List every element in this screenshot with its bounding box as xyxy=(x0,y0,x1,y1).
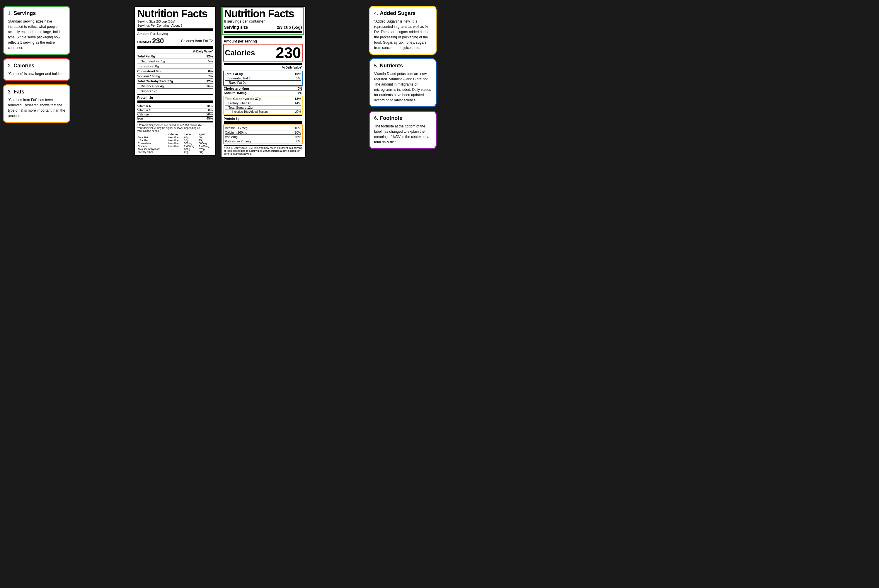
old-footnote-line2: Your daily value may be higher or lower … xyxy=(137,127,213,129)
old-vitamin-c: Vitamin C8% xyxy=(137,108,213,112)
info-box-nutrients: 5. Nutrients Vitamin D and potassium are… xyxy=(369,58,436,107)
box2-heading: Calories xyxy=(14,63,34,69)
box3-title: 3. Fats xyxy=(8,89,65,95)
old-footnote-line3: your calorie needs. xyxy=(137,129,213,132)
box1-text: Standard serving sizes have increased to… xyxy=(8,19,65,50)
box6-text: The footnote at the bottom of the label … xyxy=(374,124,432,145)
new-protein: Protein 3g xyxy=(224,117,302,120)
box1-heading: Servings xyxy=(14,10,36,16)
box1-title: 1. Servings xyxy=(8,10,65,16)
box5-heading: Nutrients xyxy=(380,63,403,69)
new-added-sugars: Includes 10g Added Sugars20% xyxy=(225,110,301,113)
box5-title: 5. Nutrients xyxy=(374,63,432,69)
info-box-added-sugars: 4. Added Sugars "Added Sugars" is new. I… xyxy=(369,6,436,55)
box6-heading: Footnote xyxy=(380,115,402,121)
old-footnote: * Percent Daily Values are based on a 2,… xyxy=(137,121,213,153)
old-sat-fat: Saturated Fat 1g5% xyxy=(137,60,213,63)
old-calories-label: Calories 230 xyxy=(137,37,164,45)
new-cholesterol: Cholesterol 0mg0% xyxy=(224,87,302,90)
box4-heading: Added Sugars xyxy=(380,10,416,16)
new-iron: Iron 8mg45% xyxy=(225,135,301,139)
box3-num: 3. xyxy=(8,89,12,94)
box5-text: Vitamin D and potassium are now required… xyxy=(374,71,432,103)
old-vitamin-a: Vitamin A10% xyxy=(137,104,213,108)
info-box-servings: 1. Servings Standard serving sizes have … xyxy=(3,6,70,55)
new-serving-size-value: 2/3 cup (55g) xyxy=(277,25,302,30)
new-dietary-fiber: Dietary Fiber 4g14% xyxy=(225,101,301,105)
old-calories-from-fat: Calories from Fat 72 xyxy=(181,39,213,43)
old-footnote-table: Calories:2,0002,500 Total FatLess than65… xyxy=(137,133,213,153)
new-calories-value: 230 xyxy=(276,45,301,60)
box2-text: "Calories" is now larger and bolder. xyxy=(8,71,65,76)
box6-num: 6. xyxy=(374,116,378,121)
box4-title: 4. Added Sugars xyxy=(374,10,432,16)
old-amount-per: Amount Per Serving xyxy=(137,32,213,36)
footnote-cholesterol: CholesterolLess than300mg300mg xyxy=(137,142,213,145)
old-servings-per: Servings Per Container About 8 xyxy=(137,24,213,27)
box5-num: 5. xyxy=(374,63,378,69)
new-amount-per: Amount per serving xyxy=(224,39,302,44)
old-dietary-fiber: Dietary Fiber 4g16% xyxy=(137,84,213,88)
old-sodium: Sodium 160mg7% xyxy=(137,74,213,78)
old-total-carb: Total Carbohydrate 37g12% xyxy=(137,80,213,83)
footnote-header-row: Calories:2,0002,500 xyxy=(137,133,213,136)
box4-num: 4. xyxy=(374,11,378,16)
old-trans-fat: Trans Fat 0g xyxy=(137,64,213,68)
new-calcium: Calcium 260mg20% xyxy=(225,130,301,134)
new-nutrition-label: Nutrition Facts 8 servings per container… xyxy=(220,6,306,158)
footnote-total-fat: Total FatLess than65g80g xyxy=(137,136,213,139)
box3-text: "Calories from Fat" has been removed. Re… xyxy=(8,97,65,118)
box2-title: 2. Calories xyxy=(8,63,65,69)
left-column: 1. Servings Standard serving sizes have … xyxy=(3,6,70,288)
old-serving-size: Serving Size 2/3 cup (55g) xyxy=(137,20,213,23)
new-calories-label: Calories xyxy=(225,48,255,57)
new-total-carb: Total Carbohydrate 37g13% xyxy=(225,97,301,100)
old-cholesterol: Cholesterol 0mg0% xyxy=(137,69,213,73)
new-label-title: Nutrition Facts xyxy=(224,9,302,19)
old-calories-row: Calories 230 Calories from Fat 72 xyxy=(137,37,213,45)
old-daily-value-header: % Daily Value* xyxy=(137,50,213,53)
right-column: 4. Added Sugars "Added Sugars" is new. I… xyxy=(369,6,436,288)
footnote-dietary-fiber: Dietary Fiber25g30g xyxy=(137,151,213,153)
new-serving-size-label: Serving size xyxy=(224,25,248,30)
new-vitamin-d: Vitamin D 2mcg10% xyxy=(225,126,301,130)
footnote-sat-fat: Sat FatLess than20g25g xyxy=(137,139,213,142)
new-total-fat: Total Fat 8g10% xyxy=(225,72,301,76)
new-daily-value-header: % Daily Value* xyxy=(224,66,302,69)
old-total-fat: Total Fat 8g12% xyxy=(137,54,213,58)
footnote-total-carb: Total Carbohydrate300g375g xyxy=(137,148,213,151)
new-total-sugars: Total Sugars 12g xyxy=(225,106,301,109)
center-column: Nutrition Facts Serving Size 2/3 cup (55… xyxy=(73,6,366,288)
new-sodium: Sodium 160mg7% xyxy=(224,91,302,94)
labels-container: Nutrition Facts Serving Size 2/3 cup (55… xyxy=(134,6,306,158)
new-servings-per: 8 servings per container xyxy=(224,19,302,24)
box1-num: 1. xyxy=(8,11,12,16)
old-iron: Iron45% xyxy=(137,116,213,120)
old-footnote-line1: * Percent Daily Values are based on a 2,… xyxy=(137,124,213,127)
new-serving-size-row: Serving size 2/3 cup (55g) xyxy=(224,25,302,33)
new-footnote: * The % Daily Value (DV) tells you how m… xyxy=(224,146,302,155)
info-box-footnote: 6. Footnote The footnote at the bottom o… xyxy=(369,111,436,149)
old-label-title: Nutrition Facts xyxy=(137,9,213,19)
box2-num: 2. xyxy=(8,63,12,69)
footnote-sodium: SodiumLess than2,400mg2,400mg xyxy=(137,145,213,148)
new-potassium: Potassium 235mg6% xyxy=(225,139,301,143)
old-sugars: Sugars 12g xyxy=(137,89,213,93)
box3-heading: Fats xyxy=(14,89,24,95)
new-sat-fat: Saturated Fat 1g5% xyxy=(225,76,301,80)
info-box-fats: 3. Fats "Calories from Fat" has been rem… xyxy=(3,84,70,123)
box6-title: 6. Footnote xyxy=(374,115,432,121)
new-trans-fat: Trans Fat 0g xyxy=(225,81,301,84)
old-calcium: Calcium20% xyxy=(137,112,213,116)
old-nutrition-label: Nutrition Facts Serving Size 2/3 cup (55… xyxy=(134,6,216,156)
box4-text: "Added Sugars" is new. It is represented… xyxy=(374,19,432,50)
info-box-calories: 2. Calories "Calories" is now larger and… xyxy=(3,58,70,81)
old-protein: Protein 3g xyxy=(137,96,213,99)
old-vitamins: Vitamin A10% Vitamin C8% Calcium20% Iron… xyxy=(137,104,213,120)
